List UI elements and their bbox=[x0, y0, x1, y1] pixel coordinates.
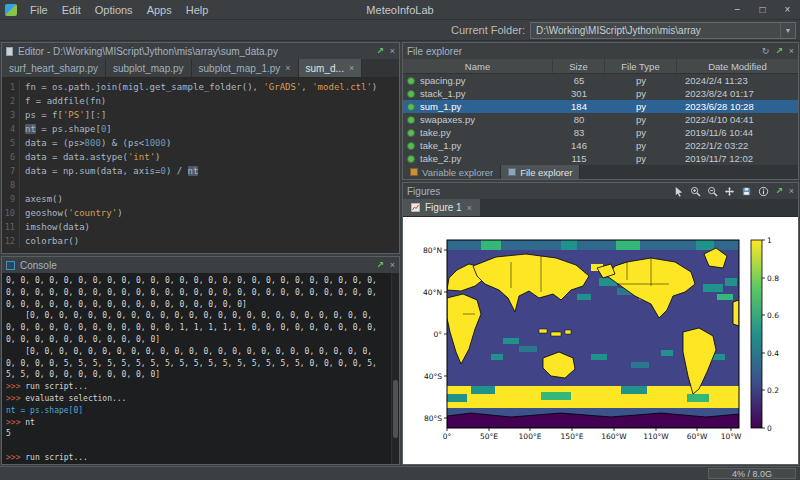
dropdown-arrow-icon[interactable]: ▼ bbox=[780, 23, 795, 38]
console-line: 0, 0, 0, 0, 5, 5, 5, 5, 5, 5, 5, 5, 5, 5… bbox=[6, 358, 389, 370]
console-line: 5 bbox=[6, 428, 389, 440]
file-size: 184 bbox=[553, 101, 605, 112]
console-scrollbar[interactable] bbox=[391, 273, 399, 464]
menu-help[interactable]: Help bbox=[179, 3, 216, 17]
folder-toolbar: Current Folder: D:\Working\MIScript\Jyth… bbox=[0, 20, 800, 41]
column-header-size[interactable]: Size bbox=[553, 59, 605, 73]
line-number: 1 bbox=[2, 80, 20, 94]
document-icon bbox=[6, 47, 13, 56]
menu-apps[interactable]: Apps bbox=[140, 3, 179, 17]
tab-close-icon[interactable]: × bbox=[285, 63, 290, 73]
code-line: 7data = np.sum(data, axis=0) / nt bbox=[2, 164, 399, 178]
console-scrollbar-thumb[interactable] bbox=[393, 380, 398, 438]
figures-header: Figures ↗ × bbox=[403, 183, 798, 199]
column-header-file-type[interactable]: File Type bbox=[605, 59, 677, 73]
code-text: fn = os.path.join(migl.get_sample_folder… bbox=[20, 80, 377, 94]
file-explorer-icon bbox=[508, 168, 516, 176]
editor-tab-label: surf_heart_sharp.py bbox=[9, 63, 98, 74]
figure-tab-close-icon[interactable]: × bbox=[467, 203, 472, 213]
python-file-icon bbox=[407, 129, 415, 137]
colorbar bbox=[751, 240, 762, 428]
code-area[interactable]: 1fn = os.path.join(migl.get_sample_folde… bbox=[2, 78, 399, 253]
editor-close-icon[interactable]: × bbox=[390, 47, 395, 56]
python-file-icon bbox=[407, 77, 415, 85]
file-explorer-close-icon[interactable]: × bbox=[789, 47, 794, 56]
file-row[interactable]: take_2.py115py2019/11/7 12:02 bbox=[403, 152, 798, 165]
maximize-icon[interactable]: □ bbox=[750, 4, 775, 15]
info-icon[interactable] bbox=[758, 186, 769, 197]
column-header-name[interactable]: Name bbox=[403, 59, 553, 73]
figure-tab-label: Figure 1 bbox=[425, 202, 462, 213]
code-text: geoshow('country') bbox=[20, 206, 123, 220]
zoom-out-icon[interactable] bbox=[707, 186, 718, 197]
x-tick-label: 110°W bbox=[643, 432, 669, 441]
y-tick-label: 80°S bbox=[423, 413, 441, 422]
pan-icon[interactable] bbox=[724, 186, 735, 197]
editor-maximize-icon[interactable]: ↗ bbox=[376, 47, 384, 56]
console-maximize-icon[interactable]: ↗ bbox=[376, 261, 384, 270]
x-tick-label: 150°E bbox=[560, 432, 583, 441]
file-row[interactable]: sum_1.py184py2023/6/28 10:28 bbox=[403, 100, 798, 113]
tab-file-explorer[interactable]: File explorer bbox=[501, 165, 580, 179]
colorbar-tick-label: 0 bbox=[767, 423, 772, 432]
menu-file[interactable]: File bbox=[23, 3, 55, 17]
editor-tab[interactable]: sum_d...× bbox=[299, 59, 363, 77]
code-line: 9axesm() bbox=[2, 192, 399, 206]
file-name: spacing.py bbox=[403, 75, 553, 86]
file-modified: 2023/6/28 10:28 bbox=[677, 101, 798, 112]
figures-title: Figures bbox=[407, 186, 440, 197]
file-modified: 2022/4/10 04:41 bbox=[677, 114, 798, 125]
file-explorer-header: File explorer ↻ ↗ × bbox=[403, 43, 798, 59]
file-modified: 2019/11/7 12:02 bbox=[677, 153, 798, 164]
console-line: 0, 0, 0, 0, 0, 0, 0, 0, 0, 0, 0, 0, 1, 1… bbox=[6, 322, 389, 334]
file-row[interactable]: take_1.py146py2022/1/2 03:22 bbox=[403, 139, 798, 152]
colorbar-tick-label: 0.2 bbox=[767, 385, 779, 394]
editor-tab[interactable]: subplot_map.py bbox=[106, 59, 192, 77]
y-tick-label: 40°S bbox=[423, 371, 441, 380]
file-type: py bbox=[605, 153, 677, 164]
figures-close-icon[interactable]: × bbox=[789, 187, 794, 196]
minimize-icon[interactable]: − bbox=[725, 4, 750, 15]
figure-canvas[interactable]: 0° 50°E 100°E 150°E 160°W 110°W 60°W 10°… bbox=[411, 234, 791, 448]
console-output[interactable]: 0, 0, 0, 0, 0, 0, 0, 0, 0, 0, 0, 0, 0, 0… bbox=[2, 273, 399, 464]
console-line: [0, 0, 0, 0, 0, 0, 0, 0, 0, 0, 0, 0, 0, … bbox=[6, 310, 389, 322]
file-name: sum_1.py bbox=[403, 101, 553, 112]
variable-explorer-icon bbox=[410, 168, 418, 176]
left-column: Editor - D:\Working\MIScript\Jython\mis\… bbox=[0, 41, 401, 466]
zoom-in-icon[interactable] bbox=[690, 186, 701, 197]
python-file-icon bbox=[407, 142, 415, 150]
file-modified: 2022/1/2 03:22 bbox=[677, 140, 798, 151]
pointer-icon[interactable] bbox=[673, 186, 684, 197]
menu-edit[interactable]: Edit bbox=[55, 3, 88, 17]
line-number: 9 bbox=[2, 192, 20, 206]
figures-maximize-icon[interactable]: ↗ bbox=[775, 187, 783, 196]
figure-tabbar: Figure 1 × bbox=[403, 199, 798, 217]
tab-variable-explorer[interactable]: Variable explorer bbox=[403, 165, 501, 179]
file-row[interactable]: take.py83py2019/11/6 10:44 bbox=[403, 126, 798, 139]
menu-options[interactable]: Options bbox=[88, 3, 140, 17]
file-row[interactable]: stack_1.py301py2023/8/24 01:17 bbox=[403, 87, 798, 100]
file-type: py bbox=[605, 127, 677, 138]
python-file-icon bbox=[407, 116, 415, 124]
code-line: 3ps = f['PS'][:] bbox=[2, 108, 399, 122]
editor-header: Editor - D:\Working\MIScript\Jython\mis\… bbox=[2, 43, 399, 59]
console-close-icon[interactable]: × bbox=[390, 261, 395, 270]
editor-tab[interactable]: surf_heart_sharp.py bbox=[2, 59, 106, 77]
file-row[interactable]: spacing.py65py2024/2/4 11:23 bbox=[403, 74, 798, 87]
current-folder-combo[interactable]: D:\Working\MIScript\Jython\mis\array ▼ bbox=[530, 22, 796, 39]
window-controls: − □ × bbox=[725, 4, 800, 15]
code-text: f = addfile(fn) bbox=[20, 94, 106, 108]
editor-tab[interactable]: subplot_map_1.py× bbox=[192, 59, 299, 77]
file-explorer-maximize-icon[interactable]: ↗ bbox=[775, 47, 783, 56]
save-icon[interactable] bbox=[741, 186, 752, 197]
file-row[interactable]: swapaxes.py80py2022/4/10 04:41 bbox=[403, 113, 798, 126]
refresh-icon[interactable]: ↻ bbox=[762, 47, 770, 56]
close-icon[interactable]: × bbox=[775, 4, 800, 15]
colorbar-ticks bbox=[762, 240, 765, 428]
column-header-date-modified[interactable]: Date Modified bbox=[677, 59, 798, 73]
code-line: 8 bbox=[2, 178, 399, 192]
file-modified: 2024/2/4 11:23 bbox=[677, 75, 798, 86]
figure-tab[interactable]: Figure 1 × bbox=[403, 199, 480, 216]
tab-close-icon[interactable]: × bbox=[349, 63, 354, 73]
current-folder-value[interactable]: D:\Working\MIScript\Jython\mis\array bbox=[531, 25, 780, 36]
